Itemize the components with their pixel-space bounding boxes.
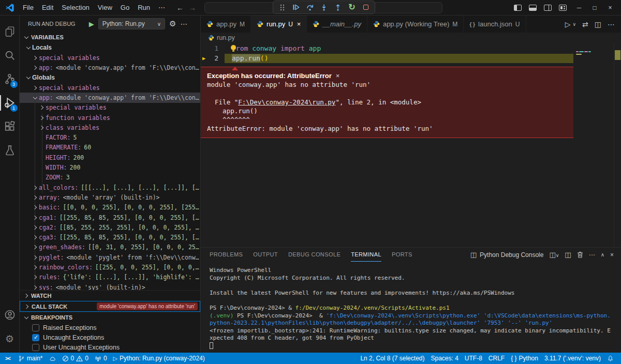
code-line[interactable]: ▶2app.run() <box>201 54 573 64</box>
breadcrumb[interactable]: run.py <box>201 33 621 43</box>
split-terminal-icon[interactable]: ◫ <box>565 251 571 259</box>
menu-run[interactable]: Run <box>134 2 154 13</box>
variable-row[interactable]: special variables <box>20 53 200 63</box>
extensions-icon[interactable] <box>0 115 20 139</box>
variable-row[interactable]: rules:{'life': [[...], [...]], 'highlife… <box>20 272 200 282</box>
window-close-button[interactable]: × <box>602 4 618 11</box>
tab-app-py[interactable]: app.py M <box>201 16 251 33</box>
python-interpreter-item[interactable]: 3.11.7 ('.venv': venv) <box>541 355 604 362</box>
window-maximize-button[interactable]: □ <box>587 4 602 11</box>
close-panel-icon[interactable]: × <box>610 251 614 259</box>
minimap[interactable] <box>573 43 614 247</box>
variable-row[interactable]: pyglet:<module 'pyglet' from 'f:\\Dev\\c… <box>20 252 200 262</box>
new-terminal-icon[interactable]: ◫∨ <box>549 251 559 259</box>
toggle-panel-icon[interactable] <box>529 5 537 11</box>
breakpoint-user-uncaught-exceptions[interactable]: User Uncaught Exceptions <box>20 343 200 353</box>
checkbox-checked[interactable] <box>32 334 39 341</box>
variable-row[interactable]: special variables <box>20 103 200 113</box>
sync-changes-item[interactable] <box>46 353 59 364</box>
menu-edit[interactable]: Edit <box>38 2 57 13</box>
menu-go[interactable]: Go <box>116 2 134 13</box>
panel-more-actions-icon[interactable]: ⋯ <box>589 251 595 259</box>
variable-row[interactable]: app:<module 'conway.app' from 'F:\\Dev\\… <box>20 63 200 72</box>
call-stack-section-header[interactable]: CALL STACK module 'conway.app' has no at… <box>20 301 200 312</box>
exception-close-icon[interactable]: × <box>336 71 340 80</box>
toggle-primary-sidebar-icon[interactable] <box>514 5 522 11</box>
run-python-file-icon[interactable]: ▷ <box>565 20 571 28</box>
lightbulb-icon[interactable] <box>231 45 236 50</box>
toggle-secondary-sidebar-icon[interactable] <box>544 5 552 11</box>
debug-step-out-icon[interactable] <box>334 3 342 11</box>
code-editor[interactable]: 1from conway import app▶2app.run() Excep… <box>201 43 573 247</box>
drag-grip-icon[interactable] <box>278 3 286 11</box>
nav-forward-icon[interactable]: → <box>189 4 196 12</box>
menu-more[interactable]: ⋯ <box>154 2 169 13</box>
ports-item[interactable]: 0 <box>92 353 110 364</box>
tab-launch-json[interactable]: { } launch.json U <box>464 16 526 33</box>
git-branch-item[interactable]: main* <box>15 353 46 364</box>
variable-row[interactable]: cga3:[[255, 85, 85, 255], [0, 0, 0, 255]… <box>20 232 200 242</box>
variable-row[interactable]: FACTOR:5 <box>20 133 200 143</box>
variable-row[interactable]: rainbow_colors:[[255, 0, 0, 255], [0, 0,… <box>20 262 200 272</box>
kill-terminal-icon[interactable] <box>577 251 583 258</box>
panel-tab-output[interactable]: OUTPUT <box>253 248 278 262</box>
search-icon[interactable] <box>0 43 20 67</box>
open-changes-icon[interactable]: ⇄ <box>582 20 588 28</box>
variable-row[interactable]: special variables <box>20 83 200 93</box>
run-and-debug-icon[interactable]: 1 <box>0 91 20 115</box>
variables-section-header[interactable]: VARIABLES <box>20 32 200 43</box>
start-debugging-icon[interactable]: ▶ <box>89 20 94 28</box>
exception-file-link[interactable]: F:\Dev\conway-2024\run.py <box>238 98 335 106</box>
window-minimize-button[interactable]: ─ <box>571 4 587 11</box>
debug-stop-icon[interactable] <box>362 3 370 11</box>
customize-layout-icon[interactable] <box>559 5 567 11</box>
variable-row[interactable]: class variables <box>20 123 200 132</box>
tab-main-py[interactable]: __main__.py <box>307 16 367 33</box>
variable-row[interactable]: green_shades:[[0, 31, 0, 255], [0, 0, 0,… <box>20 242 200 252</box>
account-icon[interactable] <box>0 303 20 327</box>
variable-row[interactable]: array:<module 'array' (built-in)> <box>20 192 200 202</box>
indentation-item[interactable]: Spaces: 4 <box>427 355 461 362</box>
variable-row[interactable]: function variables <box>20 113 200 123</box>
variable-row[interactable]: app:<module 'conway.app' from 'F:\\Dev\\… <box>20 93 200 102</box>
encoding-item[interactable]: UTF-8 <box>462 355 485 362</box>
debug-more-actions-icon[interactable]: ⋯ <box>181 20 188 28</box>
notifications-bell-icon[interactable] <box>604 355 617 362</box>
panel-tab-terminal[interactable]: TERMINAL <box>351 248 381 262</box>
source-control-icon[interactable]: 3 <box>0 67 20 91</box>
editor-scrollbar[interactable] <box>614 43 621 247</box>
run-dropdown-chevron-icon[interactable]: ∨ <box>572 22 576 27</box>
debug-session-item[interactable]: ▷ Python: Run.py (conway-2024) <box>110 353 208 364</box>
breakpoints-section-header[interactable]: BREAKPOINTS <box>20 312 200 323</box>
variable-row[interactable]: HEIGHT:200 <box>20 153 200 162</box>
cursor-position-item[interactable]: Ln 2, Col 8 (7 selected) <box>357 355 427 362</box>
terminal-instance[interactable]: ◫Python Debug Console <box>470 251 544 259</box>
debug-step-into-icon[interactable] <box>320 3 328 11</box>
debug-config-gear-icon[interactable]: ⚙ <box>169 19 176 28</box>
panel-tab-problems[interactable]: PROBLEMS <box>210 248 243 262</box>
variable-row[interactable]: all_colors:[[[...], [...], [...], [...]]… <box>20 183 200 192</box>
variable-row[interactable]: Globals <box>20 73 200 83</box>
code-line[interactable]: 1from conway import app <box>201 44 573 54</box>
menu-view[interactable]: View <box>94 2 116 13</box>
panel-tab-ports[interactable]: PORTS <box>392 248 412 262</box>
variable-row[interactable]: FRAMERATE:60 <box>20 143 200 153</box>
debug-config-dropdown[interactable]: Python: Run.py∨ <box>98 18 165 29</box>
terminal-output[interactable]: Windows PowerShellCopyright (C) Microsof… <box>201 262 621 353</box>
tab-run-py[interactable]: run.py U × <box>251 16 307 33</box>
menu-selection[interactable]: Selection <box>57 2 93 13</box>
variable-row[interactable]: sys:<module 'sys' (built-in)> <box>20 282 200 290</box>
testing-icon[interactable] <box>0 139 20 162</box>
checkbox-unchecked[interactable] <box>32 324 39 331</box>
problems-item[interactable]: 0 0 <box>59 353 92 364</box>
debug-restart-icon[interactable]: ↻ <box>348 3 356 11</box>
panel-tab-debug-console[interactable]: DEBUG CONSOLE <box>288 248 341 262</box>
language-mode-item[interactable]: { }Python <box>508 355 541 362</box>
checkbox-unchecked[interactable] <box>32 344 39 351</box>
tab-app-py-working-tree[interactable]: app.py (Working Tree) M <box>367 16 464 33</box>
watch-section-header[interactable]: WATCH <box>20 290 200 301</box>
maximize-panel-icon[interactable]: ∧ <box>601 252 604 257</box>
split-editor-icon[interactable]: ◫ <box>595 20 601 28</box>
editor-more-actions-icon[interactable]: ⋯ <box>608 20 615 28</box>
breakpoint-uncaught-exceptions[interactable]: Uncaught Exceptions <box>20 332 200 342</box>
